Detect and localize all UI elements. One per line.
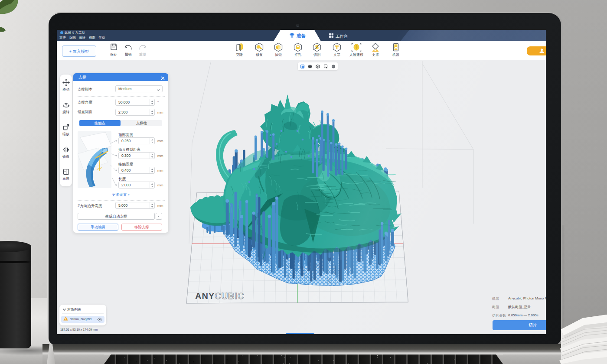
svg-text:ANYCUBIC: ANYCUBIC — [195, 291, 245, 301]
